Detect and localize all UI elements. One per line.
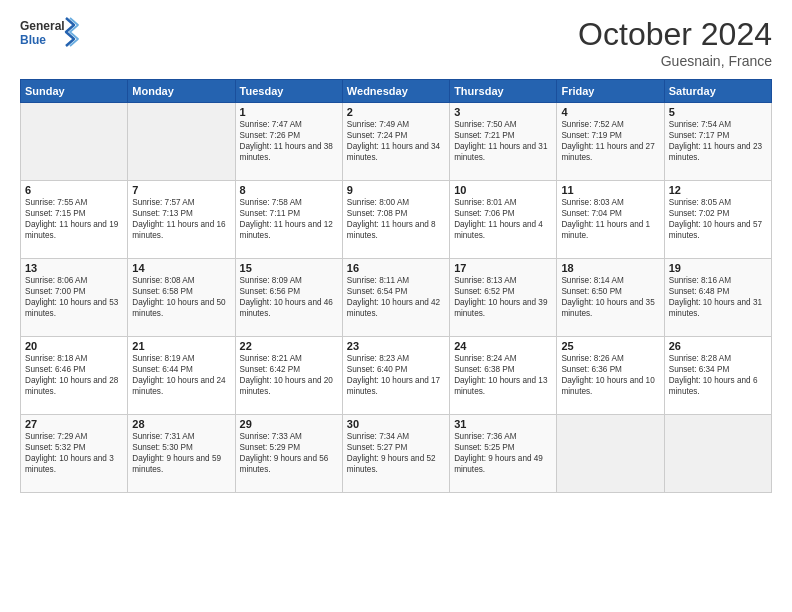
header-saturday: Saturday (664, 80, 771, 103)
logo: General Blue (20, 16, 80, 48)
calendar-cell: 22 Sunrise: 8:21 AM Sunset: 6:42 PM Dayl… (235, 337, 342, 415)
day-info: Sunrise: 7:57 AM Sunset: 7:13 PM Dayligh… (132, 197, 230, 241)
day-info: Sunrise: 8:18 AM Sunset: 6:46 PM Dayligh… (25, 353, 123, 397)
daylight: Daylight: 10 hours and 42 minutes. (347, 298, 440, 318)
header-thursday: Thursday (450, 80, 557, 103)
daylight: Daylight: 9 hours and 49 minutes. (454, 454, 543, 474)
logo-svg-container: General Blue (20, 16, 80, 48)
sunset: Sunset: 7:13 PM (132, 209, 193, 218)
sunset: Sunset: 6:40 PM (347, 365, 408, 374)
day-info: Sunrise: 8:28 AM Sunset: 6:34 PM Dayligh… (669, 353, 767, 397)
calendar-cell: 5 Sunrise: 7:54 AM Sunset: 7:17 PM Dayli… (664, 103, 771, 181)
daylight: Daylight: 10 hours and 53 minutes. (25, 298, 118, 318)
day-info: Sunrise: 8:03 AM Sunset: 7:04 PM Dayligh… (561, 197, 659, 241)
sunset: Sunset: 5:30 PM (132, 443, 193, 452)
day-number: 29 (240, 418, 338, 430)
sunrise: Sunrise: 8:28 AM (669, 354, 731, 363)
calendar-cell: 15 Sunrise: 8:09 AM Sunset: 6:56 PM Dayl… (235, 259, 342, 337)
day-info: Sunrise: 8:19 AM Sunset: 6:44 PM Dayligh… (132, 353, 230, 397)
calendar-cell (557, 415, 664, 493)
sunset: Sunset: 6:48 PM (669, 287, 730, 296)
day-number: 11 (561, 184, 659, 196)
month-title: October 2024 (578, 16, 772, 53)
day-info: Sunrise: 7:34 AM Sunset: 5:27 PM Dayligh… (347, 431, 445, 475)
sunrise: Sunrise: 7:31 AM (132, 432, 194, 441)
sunset: Sunset: 7:21 PM (454, 131, 515, 140)
daylight: Daylight: 11 hours and 38 minutes. (240, 142, 333, 162)
daylight: Daylight: 10 hours and 24 minutes. (132, 376, 225, 396)
calendar-cell: 8 Sunrise: 7:58 AM Sunset: 7:11 PM Dayli… (235, 181, 342, 259)
sunrise: Sunrise: 7:55 AM (25, 198, 87, 207)
calendar-cell: 25 Sunrise: 8:26 AM Sunset: 6:36 PM Dayl… (557, 337, 664, 415)
day-number: 16 (347, 262, 445, 274)
calendar-cell: 4 Sunrise: 7:52 AM Sunset: 7:19 PM Dayli… (557, 103, 664, 181)
day-number: 1 (240, 106, 338, 118)
daylight: Daylight: 11 hours and 34 minutes. (347, 142, 440, 162)
calendar-cell: 17 Sunrise: 8:13 AM Sunset: 6:52 PM Dayl… (450, 259, 557, 337)
day-number: 7 (132, 184, 230, 196)
sunrise: Sunrise: 8:05 AM (669, 198, 731, 207)
sunset: Sunset: 5:25 PM (454, 443, 515, 452)
calendar-cell: 16 Sunrise: 8:11 AM Sunset: 6:54 PM Dayl… (342, 259, 449, 337)
sunrise: Sunrise: 8:14 AM (561, 276, 623, 285)
day-info: Sunrise: 7:36 AM Sunset: 5:25 PM Dayligh… (454, 431, 552, 475)
sunrise: Sunrise: 7:58 AM (240, 198, 302, 207)
calendar-cell: 20 Sunrise: 8:18 AM Sunset: 6:46 PM Dayl… (21, 337, 128, 415)
daylight: Daylight: 11 hours and 12 minutes. (240, 220, 333, 240)
daylight: Daylight: 11 hours and 8 minutes. (347, 220, 436, 240)
day-number: 28 (132, 418, 230, 430)
sunset: Sunset: 5:27 PM (347, 443, 408, 452)
sunrise: Sunrise: 7:57 AM (132, 198, 194, 207)
calendar-cell: 2 Sunrise: 7:49 AM Sunset: 7:24 PM Dayli… (342, 103, 449, 181)
calendar-cell: 9 Sunrise: 8:00 AM Sunset: 7:08 PM Dayli… (342, 181, 449, 259)
sunset: Sunset: 6:56 PM (240, 287, 301, 296)
location: Guesnain, France (578, 53, 772, 69)
day-info: Sunrise: 8:00 AM Sunset: 7:08 PM Dayligh… (347, 197, 445, 241)
sunset: Sunset: 6:46 PM (25, 365, 86, 374)
day-number: 20 (25, 340, 123, 352)
calendar-table: Sunday Monday Tuesday Wednesday Thursday… (20, 79, 772, 493)
sunset: Sunset: 7:06 PM (454, 209, 515, 218)
daylight: Daylight: 11 hours and 23 minutes. (669, 142, 762, 162)
calendar-page: General Blue October 2024 Guesnain, Fran… (0, 0, 792, 612)
day-number: 4 (561, 106, 659, 118)
day-number: 6 (25, 184, 123, 196)
sunset: Sunset: 5:32 PM (25, 443, 86, 452)
daylight: Daylight: 9 hours and 56 minutes. (240, 454, 329, 474)
calendar-cell: 29 Sunrise: 7:33 AM Sunset: 5:29 PM Dayl… (235, 415, 342, 493)
sunset: Sunset: 5:29 PM (240, 443, 301, 452)
sunrise: Sunrise: 8:09 AM (240, 276, 302, 285)
daylight: Daylight: 11 hours and 31 minutes. (454, 142, 547, 162)
sunset: Sunset: 6:34 PM (669, 365, 730, 374)
calendar-week-0: 1 Sunrise: 7:47 AM Sunset: 7:26 PM Dayli… (21, 103, 772, 181)
sunset: Sunset: 6:44 PM (132, 365, 193, 374)
header-wednesday: Wednesday (342, 80, 449, 103)
daylight: Daylight: 10 hours and 3 minutes. (25, 454, 114, 474)
calendar-cell: 11 Sunrise: 8:03 AM Sunset: 7:04 PM Dayl… (557, 181, 664, 259)
daylight: Daylight: 11 hours and 19 minutes. (25, 220, 118, 240)
sunset: Sunset: 6:58 PM (132, 287, 193, 296)
calendar-cell: 31 Sunrise: 7:36 AM Sunset: 5:25 PM Dayl… (450, 415, 557, 493)
sunrise: Sunrise: 7:29 AM (25, 432, 87, 441)
sunrise: Sunrise: 8:16 AM (669, 276, 731, 285)
daylight: Daylight: 10 hours and 35 minutes. (561, 298, 654, 318)
day-info: Sunrise: 8:26 AM Sunset: 6:36 PM Dayligh… (561, 353, 659, 397)
sunrise: Sunrise: 8:08 AM (132, 276, 194, 285)
sunrise: Sunrise: 8:03 AM (561, 198, 623, 207)
day-info: Sunrise: 7:58 AM Sunset: 7:11 PM Dayligh… (240, 197, 338, 241)
day-info: Sunrise: 7:49 AM Sunset: 7:24 PM Dayligh… (347, 119, 445, 163)
daylight: Daylight: 11 hours and 27 minutes. (561, 142, 654, 162)
sunrise: Sunrise: 8:11 AM (347, 276, 409, 285)
sunrise: Sunrise: 8:19 AM (132, 354, 194, 363)
calendar-cell: 28 Sunrise: 7:31 AM Sunset: 5:30 PM Dayl… (128, 415, 235, 493)
sunrise: Sunrise: 7:47 AM (240, 120, 302, 129)
daylight: Daylight: 10 hours and 6 minutes. (669, 376, 758, 396)
day-info: Sunrise: 7:55 AM Sunset: 7:15 PM Dayligh… (25, 197, 123, 241)
calendar-cell: 23 Sunrise: 8:23 AM Sunset: 6:40 PM Dayl… (342, 337, 449, 415)
sunrise: Sunrise: 8:00 AM (347, 198, 409, 207)
calendar-cell: 21 Sunrise: 8:19 AM Sunset: 6:44 PM Dayl… (128, 337, 235, 415)
header-monday: Monday (128, 80, 235, 103)
sunrise: Sunrise: 7:36 AM (454, 432, 516, 441)
daylight: Daylight: 9 hours and 52 minutes. (347, 454, 436, 474)
header-sunday: Sunday (21, 80, 128, 103)
